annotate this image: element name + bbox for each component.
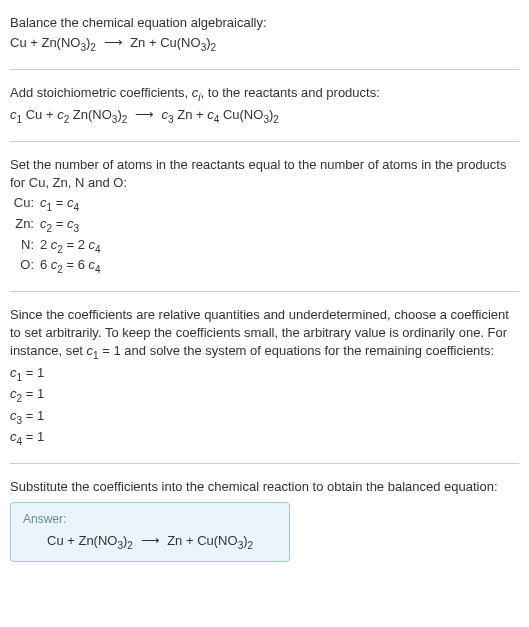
species-zn: Zn xyxy=(130,35,145,50)
solution-list: c1 = 1 c2 = 1 c3 = 1 c4 = 1 xyxy=(10,364,519,449)
element-label: N: xyxy=(10,236,40,257)
solution-row: c1 = 1 xyxy=(10,364,519,385)
divider xyxy=(10,141,519,142)
balanced-equation: Cu + Zn(NO3)2 ⟶ Zn + Cu(NO3)2 xyxy=(23,532,277,553)
step-solve: Since the coefficients are relative quan… xyxy=(10,300,519,455)
step4-text: Substitute the coefficients into the che… xyxy=(10,478,519,496)
plus-sign: + xyxy=(145,35,160,50)
atom-balance-grid: Cu: c1 = c4 Zn: c2 = c3 N: 2 c2 = 2 c4 O… xyxy=(10,194,519,276)
solution-row: c3 = 1 xyxy=(10,407,519,428)
element-equation: c2 = c3 xyxy=(40,215,519,236)
element-label: Cu: xyxy=(10,194,40,215)
reaction-arrow: ⟶ xyxy=(100,35,127,50)
divider xyxy=(10,463,519,464)
step-atom-balance: Set the number of atoms in the reactants… xyxy=(10,150,519,283)
divider xyxy=(10,291,519,292)
step2-text: Set the number of atoms in the reactants… xyxy=(10,156,519,192)
divider xyxy=(10,69,519,70)
species-cu: Cu xyxy=(10,35,27,50)
answer-label: Answer: xyxy=(23,511,277,528)
step-substitute: Substitute the coefficients into the che… xyxy=(10,472,519,568)
species-cuno3: Cu(NO3)2 xyxy=(160,35,216,50)
element-equation: 2 c2 = 2 c4 xyxy=(40,236,519,257)
element-label: Zn: xyxy=(10,215,40,236)
solution-row: c4 = 1 xyxy=(10,428,519,449)
element-equation: c1 = c4 xyxy=(40,194,519,215)
plus-sign: + xyxy=(27,35,42,50)
intro-section: Balance the chemical equation algebraica… xyxy=(10,8,519,61)
equation-with-coefficients: c1 Cu + c2 Zn(NO3)2 ⟶ c3 Zn + c4 Cu(NO3)… xyxy=(10,106,519,127)
step-coefficients: Add stoichiometric coefficients, ci, to … xyxy=(10,78,519,133)
intro-title: Balance the chemical equation algebraica… xyxy=(10,14,519,32)
element-label: O: xyxy=(10,256,40,277)
element-equation: 6 c2 = 6 c4 xyxy=(40,256,519,277)
unbalanced-equation: Cu + Zn(NO3)2 ⟶ Zn + Cu(NO3)2 xyxy=(10,34,519,55)
step1-text: Add stoichiometric coefficients, ci, to … xyxy=(10,84,519,105)
answer-box: Answer: Cu + Zn(NO3)2 ⟶ Zn + Cu(NO3)2 xyxy=(10,502,290,561)
solution-row: c2 = 1 xyxy=(10,385,519,406)
step3-text: Since the coefficients are relative quan… xyxy=(10,306,519,363)
species-znno3: Zn(NO3)2 xyxy=(41,35,95,50)
